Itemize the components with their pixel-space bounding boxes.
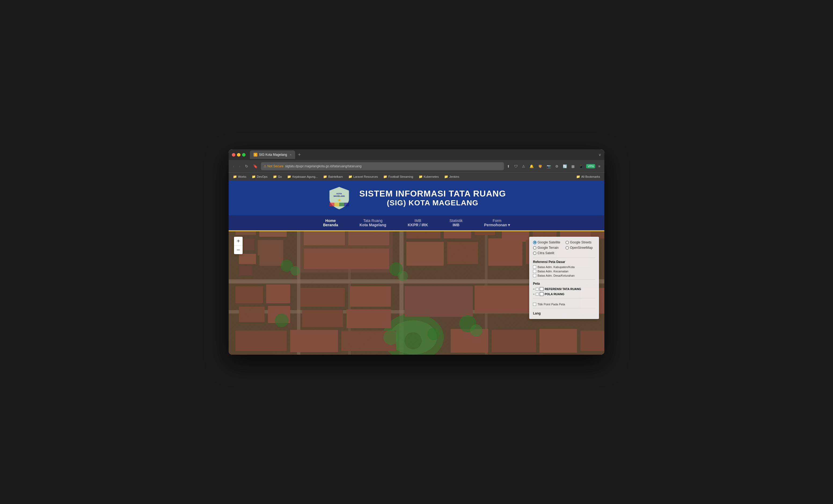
back-button[interactable]: ‹ bbox=[231, 163, 236, 170]
zoom-out-button[interactable]: − bbox=[234, 246, 243, 254]
brave-alert-icon: ⚠ bbox=[521, 163, 526, 169]
peta-color-pola bbox=[540, 292, 543, 296]
svg-rect-48 bbox=[239, 307, 264, 322]
panel-divider-4 bbox=[533, 308, 595, 308]
sync-icon[interactable]: 🔄 bbox=[562, 163, 568, 169]
nav-icons-right: ⬆ 🛡 ⚠ 🔔 🦁 📷 ⚙ 🔄 ▦ 📱 VPN ≡ bbox=[506, 163, 602, 169]
svg-rect-17 bbox=[258, 240, 283, 255]
radio-google-streets-indicator bbox=[566, 241, 569, 244]
address-bar[interactable]: ⚠ Not Secure sigtatu.dpupr.magelangkota.… bbox=[261, 162, 504, 170]
sidebar-icon[interactable]: ▦ bbox=[570, 163, 576, 169]
active-tab[interactable]: S SIG Kota Magelang × bbox=[250, 150, 295, 159]
peta-item-pola[interactable]: + POLA RUANG bbox=[533, 292, 595, 296]
radio-citra-satelit-indicator bbox=[533, 251, 537, 255]
tab-close-button[interactable]: × bbox=[290, 153, 291, 156]
map-section[interactable]: + − Google Satellite Google Streets bbox=[229, 231, 604, 355]
svg-rect-19 bbox=[260, 255, 283, 266]
peta-color-referensi bbox=[540, 287, 543, 291]
folder-icon: 📁 bbox=[233, 175, 237, 179]
svg-rect-51 bbox=[350, 286, 391, 307]
brave-shield-icon: 🛡 bbox=[513, 163, 519, 169]
nav-tata-ruang[interactable]: Tata Ruang Kota Magelang bbox=[354, 215, 392, 230]
svg-point-73 bbox=[428, 328, 440, 340]
site-content: KOTA MAGELANG ★ SISTEM INFORMASI TATA RU… bbox=[229, 180, 604, 355]
all-bookmarks-button[interactable]: 📁 All Bookmarks bbox=[575, 174, 602, 179]
folder-icon: 📁 bbox=[252, 175, 256, 179]
site-header: KOTA MAGELANG ★ SISTEM INFORMASI TATA RU… bbox=[229, 180, 604, 215]
titik-checkbox-row[interactable]: Titik Point Pada Peta bbox=[533, 303, 595, 306]
checkbox-desa[interactable]: Batas Adm. Desa/Kelurahan bbox=[533, 274, 595, 277]
svg-point-66 bbox=[290, 266, 300, 276]
zoom-in-button[interactable]: + bbox=[234, 237, 243, 245]
radio-google-satellite[interactable]: Google Satellite bbox=[533, 241, 563, 244]
share-button[interactable]: ⬆ bbox=[506, 163, 511, 169]
url-display: sigtatu.dpupr.magelangkota.go.id/tatarua… bbox=[285, 164, 361, 168]
window-expand-button[interactable]: ∨ bbox=[598, 153, 601, 157]
titik-checkbox[interactable] bbox=[533, 303, 536, 306]
tablet-icon[interactable]: 📱 bbox=[577, 163, 585, 169]
svg-rect-50 bbox=[300, 288, 344, 307]
settings-icon[interactable]: ⚙ bbox=[554, 163, 560, 169]
tab-title: SIG Kota Magelang bbox=[259, 153, 287, 156]
svg-rect-42 bbox=[447, 242, 478, 264]
close-window-button[interactable] bbox=[232, 153, 235, 156]
bookmark-jenkins[interactable]: 📁 Jenkins bbox=[443, 174, 461, 179]
checkbox-kecamatan[interactable]: Batas Adm. Kecamatan bbox=[533, 270, 595, 273]
radio-google-satellite-indicator bbox=[533, 241, 537, 244]
svg-rect-47 bbox=[266, 284, 290, 303]
map-panel: Google Satellite Google Streets Google T… bbox=[529, 237, 599, 319]
nav-home[interactable]: Home Beranda bbox=[318, 215, 343, 230]
maximize-window-button[interactable] bbox=[242, 153, 245, 156]
svg-rect-18 bbox=[239, 254, 256, 264]
folder-icon: 📁 bbox=[419, 175, 423, 179]
checkbox-kabupaten[interactable]: Batas Adm. Kabupaten/Kota bbox=[533, 266, 595, 269]
notification-icon[interactable]: 🔔 bbox=[528, 163, 535, 169]
radio-citra-satelit[interactable]: Citra Satelit bbox=[533, 251, 595, 255]
folder-icon: 📁 bbox=[273, 175, 277, 179]
new-tab-button[interactable]: + bbox=[296, 152, 303, 158]
menu-button[interactable]: ≡ bbox=[597, 163, 602, 169]
bookmark-baintelkam[interactable]: 📁 Baintelkam bbox=[322, 174, 344, 179]
svg-rect-35 bbox=[444, 231, 471, 238]
nav-statistik[interactable]: Statistik IMB bbox=[444, 215, 468, 230]
radio-openstreetmap[interactable]: OpenStreetMap bbox=[566, 246, 595, 250]
svg-rect-58 bbox=[235, 331, 287, 351]
bookmark-laravel[interactable]: 📁 Laravel Resources bbox=[347, 174, 380, 179]
peta-item-referensi[interactable]: + REFERENSI TATA RUANG bbox=[533, 287, 595, 291]
vpn-badge[interactable]: VPN bbox=[586, 164, 595, 168]
bookmarks-button[interactable]: 🔖 bbox=[252, 163, 259, 170]
bookmark-kubernetes[interactable]: 📁 Kubernetes bbox=[417, 174, 441, 179]
radio-google-terrain[interactable]: Google Terrain bbox=[533, 246, 563, 250]
peta-checkbox-pola[interactable] bbox=[536, 293, 539, 296]
checkbox-desa-box[interactable] bbox=[533, 274, 536, 277]
radio-google-streets[interactable]: Google Streets bbox=[566, 241, 595, 244]
peta-checkbox-referensi[interactable] bbox=[536, 288, 539, 291]
checkbox-kecamatan-box[interactable] bbox=[533, 270, 536, 273]
bookmark-go[interactable]: 📁 Go bbox=[271, 174, 284, 179]
folder-icon: 📁 bbox=[383, 175, 387, 179]
svg-rect-20 bbox=[239, 266, 253, 275]
svg-rect-34 bbox=[406, 231, 441, 238]
not-secure-indicator: ⚠ Not Secure bbox=[264, 164, 283, 168]
bookmarks-bar: 📁 Works 📁 DevOps 📁 Go 📁 Kejaksaan Agung.… bbox=[229, 172, 604, 180]
peta-label-pola: POLA RUANG bbox=[545, 293, 564, 296]
minimize-window-button[interactable] bbox=[237, 153, 240, 156]
brave-logo-icon: 🦁 bbox=[537, 163, 544, 169]
peta-expand-referensi[interactable]: + bbox=[533, 287, 534, 291]
svg-rect-29 bbox=[348, 231, 389, 245]
nav-form-permohonan[interactable]: Form Permohonan ▾ bbox=[479, 215, 515, 230]
nav-imb[interactable]: IMB KKPR / IRK bbox=[402, 215, 433, 230]
peta-expand-pola[interactable]: + bbox=[533, 293, 534, 296]
bookmark-kejaksaan[interactable]: 📁 Kejaksaan Agung... bbox=[286, 174, 319, 179]
forward-button[interactable]: › bbox=[238, 163, 242, 170]
bookmark-football[interactable]: 📁 Football Streaming bbox=[382, 174, 414, 179]
checkbox-kabupaten-box[interactable] bbox=[533, 266, 536, 269]
bookmark-works[interactable]: 📁 Works bbox=[231, 174, 248, 179]
reload-button[interactable]: ↻ bbox=[243, 163, 250, 170]
bookmark-devops[interactable]: 📁 DevOps bbox=[250, 174, 269, 179]
camera-icon[interactable]: 📷 bbox=[545, 163, 552, 169]
tab-favicon: S bbox=[254, 153, 257, 156]
svg-rect-15 bbox=[260, 231, 287, 237]
folder-icon: 📁 bbox=[444, 175, 448, 179]
lang-section: Lang bbox=[533, 310, 595, 315]
